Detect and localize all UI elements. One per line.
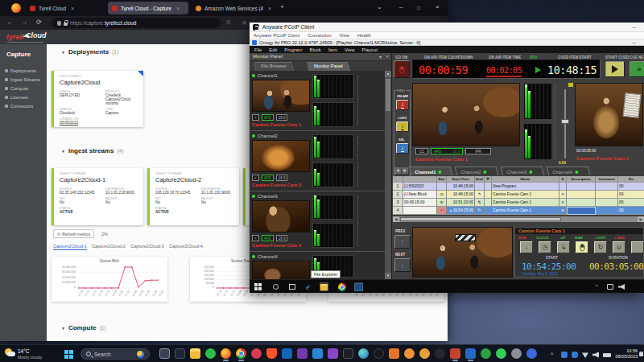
- next-button[interactable]: ↓: [394, 258, 411, 272]
- tab-close-icon[interactable]: ×: [176, 6, 180, 11]
- playlist-row-2[interactable]: 2 [-] New Block ◷ 10:48:15:00 ↰ Camino F…: [393, 191, 644, 199]
- vscode-icon[interactable]: [312, 348, 323, 359]
- scroll-thumb[interactable]: [386, 79, 390, 111]
- playlist-hscrollbar[interactable]: ◀ ▶: [393, 216, 644, 222]
- tab-monitor-panel[interactable]: Monitor Panel: [307, 62, 351, 71]
- tray-chevron-icon[interactable]: ^: [596, 284, 598, 289]
- channel-monitor-2[interactable]: Channel2 < AFD 16:9 Camino Fuente Cam 2: [250, 133, 386, 191]
- pin-icon[interactable]: ▾: [379, 54, 382, 60]
- reload-icon[interactable]: ⟳: [36, 19, 42, 26]
- menu-health[interactable]: Health: [357, 33, 371, 38]
- terminal-icon[interactable]: [343, 348, 353, 359]
- extra-button[interactable]: [631, 241, 644, 253]
- scroll-thumb[interactable]: [400, 217, 561, 221]
- find-cued-button[interactable]: ↓: [396, 121, 409, 132]
- scroll-left-icon[interactable]: ◀: [393, 216, 399, 222]
- onenote-icon[interactable]: [297, 348, 308, 359]
- tab-file-browser[interactable]: File Browser: [254, 62, 295, 71]
- deployment-card[interactable]: DEPLOYMENT Capture2Cloud STATUSDEPLOYED …: [52, 71, 143, 127]
- channel3-video-thumb[interactable]: [252, 200, 310, 232]
- firefox-icon[interactable]: [221, 348, 231, 359]
- menu-connection[interactable]: Connection: [308, 33, 331, 38]
- firefox-icon[interactable]: [11, 3, 21, 13]
- tabs-scroll-right-icon[interactable]: ▶: [402, 167, 408, 174]
- channel4-video-thumb[interactable]: [252, 261, 310, 279]
- playlist-row-4-selected[interactable]: 4 ▪ ▶10:54:25:00 ↻ Camino Fuente Cam 1 ⊘…: [393, 207, 644, 215]
- task-view-icon[interactable]: [287, 282, 296, 291]
- cinegy-titlebar[interactable]: Cinegy Air PRO 22.12.0.4787.24509 - [Pla…: [250, 39, 644, 46]
- ingest-section-heading[interactable]: ▼ Ingest streams(4): [61, 147, 123, 154]
- ca-badge-icon[interactable]: [251, 348, 262, 359]
- playlist-tab-channel1[interactable]: Channel1: [409, 167, 453, 175]
- menu-view[interactable]: View: [345, 47, 354, 52]
- new-tab-button[interactable]: +: [280, 2, 284, 12]
- close-icon[interactable]: ×: [386, 54, 389, 59]
- close-button[interactable]: ×: [436, 2, 440, 12]
- settings-gear-icon[interactable]: ☼: [242, 19, 247, 26]
- focused-cell[interactable]: [567, 207, 596, 215]
- bluetooth-icon[interactable]: [561, 352, 568, 358]
- tab-list-icon[interactable]: ⌄: [377, 2, 382, 12]
- task-view-icon[interactable]: [159, 348, 170, 359]
- file-explorer-icon[interactable]: [320, 282, 328, 291]
- back-button[interactable]: <: [252, 175, 259, 181]
- chrome-icon[interactable]: [236, 348, 246, 359]
- tabs-scroll-left-icon[interactable]: ◀: [394, 167, 401, 174]
- whatsapp-icon[interactable]: [496, 348, 506, 359]
- bookmark-star-icon[interactable]: ☆: [225, 19, 231, 26]
- powerpoint-icon[interactable]: [450, 348, 460, 359]
- menu-playout[interactable]: Playout: [362, 47, 378, 52]
- fader-track[interactable]: [564, 89, 566, 158]
- menu-program[interactable]: Program: [284, 47, 302, 52]
- manual-mode-button[interactable]: [576, 241, 588, 253]
- tab-close-icon[interactable]: ×: [268, 6, 271, 11]
- url-bar[interactable]: https://capture.tyrellcct.cloud: [52, 18, 221, 28]
- ingest-card-2[interactable]: INGEST STREAM Capture2Cloud-2 SOURCE108.…: [147, 168, 239, 225]
- ingest-card-1[interactable]: INGEST STREAM Capture2Cloud-1 SOURCE63.3…: [52, 168, 143, 225]
- playlist-row-3[interactable]: 3 00:09:15:00 ⊘ 10:51:20:00 ⇅ Camino Fue…: [393, 199, 644, 207]
- clock-mode-button[interactable]: ◷: [539, 241, 551, 253]
- collapse-triangle-icon[interactable]: ▼: [61, 326, 65, 331]
- forward-icon[interactable]: →: [21, 19, 27, 26]
- office-icon[interactable]: [389, 348, 399, 359]
- ms-app-icon[interactable]: [328, 348, 338, 359]
- amazon-q-icon[interactable]: [374, 348, 384, 359]
- tab-close-icon[interactable]: ×: [71, 6, 74, 11]
- channel-monitor-1[interactable]: Channel1 < AFD 16:9 Camino Fuente Cam 1: [250, 72, 386, 131]
- menu-edit[interactable]: Edit: [269, 47, 277, 52]
- take-down-button[interactable]: ↓: [520, 241, 533, 253]
- scroll-down-icon[interactable]: ▼: [385, 273, 391, 279]
- notification-bell-icon[interactable]: [639, 352, 643, 356]
- start-icon[interactable]: [254, 282, 262, 291]
- metrics-range[interactable]: 2%: [101, 232, 108, 237]
- refresh-metrics-button[interactable]: ⟳ Refresh metrics: [53, 229, 94, 238]
- playlist-row-1[interactable]: 1 [-] 5/9/2023 10:48:15:00 New Program 0…: [393, 183, 644, 191]
- github-icon[interactable]: [435, 348, 445, 359]
- xbox-icon[interactable]: [481, 348, 491, 359]
- chart-tab-3[interactable]: Capture2Cloud-3: [130, 244, 164, 249]
- tray-volume-icon[interactable]: [618, 284, 625, 290]
- scroll-up-icon[interactable]: ▲: [385, 71, 391, 77]
- sidebar-item-connectors[interactable]: Connectors: [5, 104, 33, 109]
- fader-handle[interactable]: [561, 119, 569, 124]
- weather-desc[interactable]: Mostly cloudy: [18, 355, 42, 360]
- chart-tab-2[interactable]: Capture2Cloud-2: [92, 244, 126, 249]
- back-icon[interactable]: ←: [6, 19, 13, 26]
- channel-monitor-3[interactable]: Channel3 < AFD 16:9 Camino Fuente Cam 3: [250, 193, 386, 252]
- sidebar-item-licenses[interactable]: Licenses: [5, 95, 28, 100]
- menu-block[interactable]: Block: [310, 47, 321, 52]
- feather-icon[interactable]: [511, 348, 522, 359]
- monitor-scrollbar[interactable]: ▲ ▼: [385, 71, 391, 279]
- tab-tyrell-capture[interactable]: Tyrell Cloud - Capture ×: [108, 2, 188, 14]
- search-box[interactable]: Search: [80, 348, 150, 360]
- photos-app-icon[interactable]: [354, 282, 363, 291]
- playlist-tab-channel4[interactable]: Channel4: [547, 167, 591, 175]
- playlist-tab-channel2[interactable]: Channel2: [455, 167, 499, 175]
- sidebar-item-deployments[interactable]: Deployments: [5, 68, 36, 73]
- internet-explorer-icon[interactable]: e: [303, 282, 312, 291]
- menu-file[interactable]: File: [254, 47, 262, 52]
- minimize-button[interactable]: –: [633, 23, 636, 31]
- pcoip-titlebar[interactable]: Anyware PCoIP Client –: [250, 23, 644, 32]
- chrome-icon[interactable]: [337, 282, 346, 291]
- go-on-button[interactable]: [394, 60, 410, 78]
